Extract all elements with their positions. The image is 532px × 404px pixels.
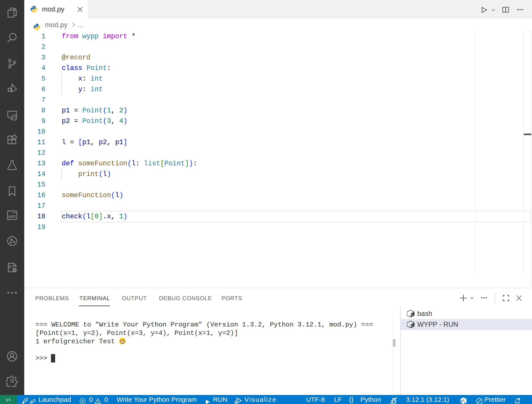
svg-text:/API: /API — [8, 214, 16, 219]
svg-text:c: c — [464, 401, 466, 404]
svg-text:++: ++ — [12, 265, 15, 268]
svg-text:4: 4 — [461, 399, 463, 404]
